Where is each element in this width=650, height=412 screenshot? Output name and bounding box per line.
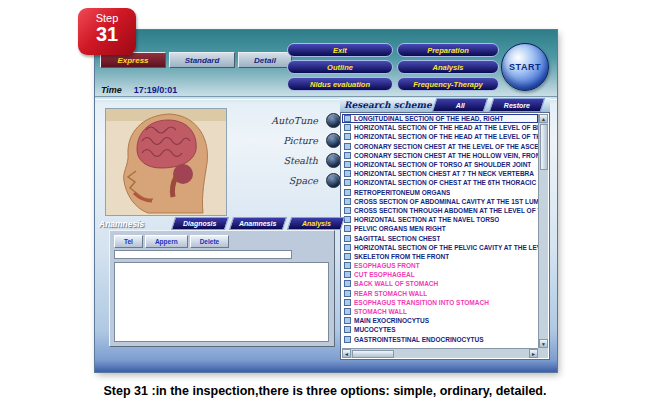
mode-button[interactable]: Detail (238, 52, 292, 68)
anatomy-image (105, 108, 227, 216)
item-checkbox-icon (344, 253, 351, 260)
led-button[interactable] (326, 173, 341, 188)
side-controls: AutoTune Picture Stealth Space (223, 110, 341, 190)
research-item-label: HORIZONTAL SECTION OF TORSO AT SHOULDER … (354, 161, 531, 168)
research-tab[interactable]: Restore (489, 98, 546, 112)
research-list-item[interactable]: HORIZONTAL SECTION OF THE HEAD AT THE LE… (342, 123, 538, 132)
research-item-label: ESOPHAGUS FRONT (354, 262, 420, 269)
anamnesis-tab[interactable]: Analysis (287, 217, 345, 230)
menu-button[interactable]: Exit (287, 43, 393, 57)
research-tab-label: Restore (504, 102, 530, 109)
anamnesis-button[interactable]: Appern (145, 235, 188, 248)
led-button[interactable] (326, 153, 341, 168)
research-list-item[interactable]: HORIZONTAL SECTION AT THE NAVEL TORSO (342, 215, 538, 224)
anamnesis-tab-label: Anamnesis (239, 220, 276, 227)
research-item-label: LONGITUDINAL SECTION OF THE HEAD, RIGHT (354, 115, 503, 122)
control-label: Space (289, 175, 318, 186)
research-list-item[interactable]: HORIZONTAL SECTION OF THE PELVIC CAVITY … (342, 243, 538, 252)
led-button[interactable] (326, 113, 341, 128)
anamnesis-button[interactable]: Tel (114, 235, 143, 248)
anamnesis-input-field[interactable] (114, 250, 292, 259)
research-list-item[interactable]: ESOPHAGUS TRANSITION INTO STOMACH (342, 298, 538, 307)
menu-button[interactable]: Frequency-Therapy (397, 77, 499, 91)
research-list-item[interactable]: HORIZONTAL SECTION OF CHEST AT THE 6TH T… (342, 178, 538, 187)
start-button[interactable]: START (501, 43, 549, 91)
research-item-label: STOMACH WALL (354, 308, 407, 315)
item-checkbox-icon (344, 308, 351, 315)
research-list-item[interactable]: REAR STOMACH WALL (342, 289, 538, 298)
caption-text: Step 31 :in the inspection,there is thre… (0, 384, 650, 398)
item-checkbox-icon (344, 143, 351, 150)
anamnesis-tab-label: Diagnosis (183, 220, 216, 227)
scroll-left-icon[interactable]: ◄ (342, 349, 351, 358)
time-value: 17:19/0:01 (134, 85, 178, 95)
scroll-down-icon[interactable]: ▼ (539, 339, 548, 348)
research-item-label: HORIZONTAL SECTION CHEST AT 7 TH NECK VE… (354, 170, 534, 177)
research-item-label: CORONARY SECTION CHEST AT THE HOLLOW VEI… (354, 152, 538, 159)
research-list-item[interactable]: HORIZONTAL SECTION OF THE HEAD AT THE LE… (342, 132, 538, 141)
research-tab-label: All (456, 102, 465, 109)
menu-button[interactable]: Outline (287, 60, 393, 74)
research-list-item[interactable]: CUT ESOPHAGEAL (342, 270, 538, 279)
menu-button[interactable]: Preparation (397, 43, 499, 57)
research-item-label: MUCOCYTES (354, 326, 396, 333)
research-item-label: CROSS SECTION OF ABDOMINAL CAVITY AT THE… (354, 198, 538, 205)
control-label: AutoTune (271, 115, 318, 126)
time-row: Time 17:19/0:01 (101, 85, 177, 95)
research-item-label: HORIZONTAL SECTION AT THE NAVEL TORSO (354, 216, 499, 223)
research-item-label: REAR STOMACH WALL (354, 290, 427, 297)
anamnesis-tab[interactable]: Diagnosis (171, 217, 229, 230)
control-row: Space (223, 170, 341, 190)
research-list-item[interactable]: PELVIC ORGANS MEN RIGHT (342, 224, 538, 233)
item-checkbox-icon (344, 189, 351, 196)
research-item-label: SKELETON FROM THE FRONT (354, 253, 449, 260)
research-item-label: CORONARY SECTION CHEST AT THE LEVEL OF T… (354, 143, 538, 150)
anamnesis-tab[interactable]: Anamnesis (229, 217, 287, 230)
research-list-item[interactable]: HORIZONTAL SECTION CHEST AT 7 TH NECK VE… (342, 169, 538, 178)
item-checkbox-icon (344, 170, 351, 177)
research-list-item[interactable]: CROSS SECTION THROUGH ABDOMEN AT THE LEV… (342, 206, 538, 215)
research-list-item[interactable]: CORONARY SECTION CHEST AT THE LEVEL OF T… (342, 142, 538, 151)
menu-button[interactable]: Nidus evaluation (287, 77, 393, 91)
research-list-item[interactable]: STOMACH WALL (342, 307, 538, 316)
vertical-scrollbar[interactable]: ▲ ▼ (538, 114, 548, 348)
research-list-item[interactable]: BACK WALL OF STOMACH (342, 279, 538, 288)
research-list-item[interactable]: SAGITTAL SECTION CHEST (342, 233, 538, 242)
research-list-item[interactable]: RETROPERITONEUM ORGANS (342, 188, 538, 197)
anamnesis-button[interactable]: Delete (190, 235, 230, 248)
led-button[interactable] (326, 133, 341, 148)
mode-button[interactable]: Standard (169, 52, 235, 68)
research-list-item[interactable]: CORONARY SECTION CHEST AT THE HOLLOW VEI… (342, 151, 538, 160)
horizontal-scroll-thumb[interactable] (352, 350, 394, 358)
item-checkbox-icon (344, 152, 351, 159)
item-checkbox-icon (344, 299, 351, 306)
research-list-item[interactable]: HORIZONTAL SECTION OF TORSO AT SHOULDER … (342, 160, 538, 169)
control-row: Picture (223, 130, 341, 150)
research-list-item[interactable]: ESOPHAGUS FRONT (342, 261, 538, 270)
research-list-item[interactable]: LONGITUDINAL SECTION OF THE HEAD, RIGHT (342, 114, 538, 123)
app-window: type Express Standard Detail Exit Outlin… (95, 30, 557, 372)
item-checkbox-icon (344, 115, 351, 122)
horizontal-scrollbar[interactable]: ◄ ► (342, 348, 538, 358)
item-checkbox-icon (344, 216, 351, 223)
scroll-up-icon[interactable]: ▲ (539, 114, 548, 123)
research-list-item[interactable]: MUCOCYTES (342, 325, 538, 334)
item-checkbox-icon (344, 290, 351, 297)
item-checkbox-icon (344, 317, 351, 324)
research-item-label: HORIZONTAL SECTION OF THE HEAD AT THE LE… (354, 133, 538, 140)
research-list-item[interactable]: SKELETON FROM THE FRONT (342, 252, 538, 261)
anamnesis-list-area[interactable] (114, 262, 329, 342)
sagittal-head-illustration (106, 109, 226, 215)
research-list-item[interactable]: CROSS SECTION OF ABDOMINAL CAVITY AT THE… (342, 197, 538, 206)
anamnesis-buttons: Tel Appern Delete (114, 235, 229, 248)
menu-button[interactable]: Analysis (397, 60, 499, 74)
research-list-item[interactable]: MAIN EXOCRINOCYTUS (342, 316, 538, 325)
scroll-right-icon[interactable]: ► (529, 349, 538, 358)
scrollbar-corner (538, 348, 548, 358)
research-item-label: HORIZONTAL SECTION OF THE PELVIC CAVITY … (354, 244, 538, 251)
item-checkbox-icon (344, 133, 351, 140)
research-tab[interactable]: All (432, 98, 489, 112)
vertical-scroll-thumb[interactable] (540, 124, 548, 170)
control-row: Stealth (223, 150, 341, 170)
research-list-item[interactable]: GASTROINTESTINAL ENDOCRINOCYTUS (342, 335, 538, 344)
